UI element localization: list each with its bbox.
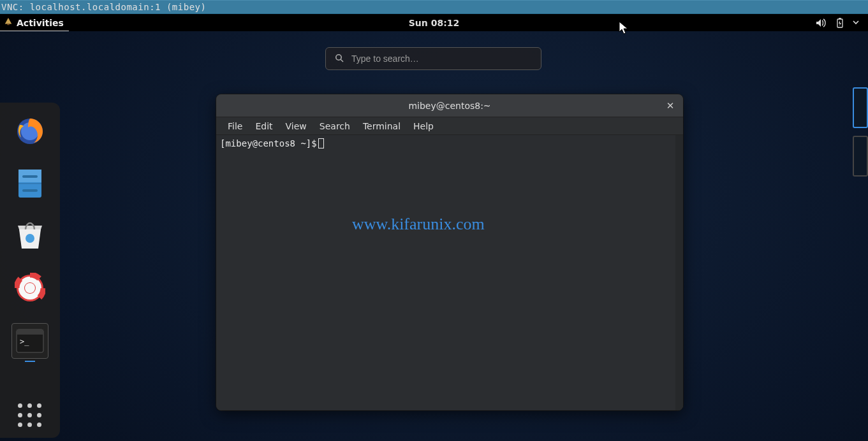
vnc-title-bar: VNC: localhost.localdomain:1 (mibey) (0, 0, 868, 14)
menu-search[interactable]: Search (313, 120, 357, 133)
terminal-prompt: [mibey@centos8 ~]$ (220, 138, 317, 148)
dock-show-apps[interactable] (17, 403, 43, 428)
dock-item-help[interactable] (13, 271, 47, 305)
dock: >_ (0, 103, 60, 438)
workspace-panel (853, 87, 868, 177)
terminal-window: mibey@centos8:~ ✕ File Edit View Search … (216, 94, 683, 410)
vnc-title: VNC: localhost.localdomain:1 (mibey) (0, 2, 206, 12)
workspace-2[interactable] (853, 136, 868, 177)
window-title: mibey@centos8:~ (408, 101, 490, 111)
svg-rect-1 (7, 24, 10, 25)
activities-icon (4, 17, 13, 28)
terminal-cursor (318, 138, 324, 148)
svg-rect-3 (839, 18, 841, 19)
menu-edit[interactable]: Edit (249, 120, 279, 133)
clock[interactable]: Sun 08:12 (409, 18, 459, 28)
dock-item-files[interactable] (13, 166, 47, 201)
menu-help[interactable]: Help (407, 120, 440, 133)
svg-rect-10 (22, 175, 38, 178)
desktop: >_ mibey@centos8:~ ✕ File Edit View Sear… (0, 31, 868, 441)
dock-item-terminal[interactable]: >_ (11, 323, 48, 359)
menu-view[interactable]: View (279, 120, 313, 133)
system-tray[interactable] (816, 18, 868, 28)
search-icon (335, 53, 344, 65)
svg-point-4 (336, 54, 341, 59)
volume-icon (816, 18, 827, 27)
terminal-content[interactable]: [mibey@centos8 ~]$ (216, 135, 675, 410)
workspace-1[interactable] (853, 87, 868, 128)
svg-point-13 (26, 234, 34, 243)
search-input[interactable] (351, 54, 532, 64)
gnome-top-bar: Activities Sun 08:12 (0, 14, 868, 31)
chevron-down-icon (853, 20, 859, 25)
close-icon: ✕ (666, 100, 675, 112)
svg-marker-0 (5, 18, 12, 24)
activities-label: Activities (17, 18, 64, 28)
search-box[interactable] (325, 47, 541, 70)
dock-item-firefox[interactable] (13, 114, 47, 148)
menu-terminal[interactable]: Terminal (357, 120, 407, 133)
window-titlebar[interactable]: mibey@centos8:~ ✕ (216, 94, 683, 117)
menubar: File Edit View Search Terminal Help (216, 117, 683, 135)
svg-rect-11 (22, 189, 38, 192)
svg-point-18 (25, 283, 35, 293)
svg-text:>_: >_ (20, 337, 29, 346)
svg-line-5 (341, 59, 343, 62)
svg-rect-20 (17, 329, 43, 335)
power-icon (836, 18, 844, 28)
terminal-scrollbar[interactable] (675, 135, 683, 410)
terminal-body[interactable]: [mibey@centos8 ~]$ (216, 135, 683, 410)
activities-button[interactable]: Activities (0, 15, 69, 32)
menu-file[interactable]: File (221, 120, 249, 133)
dock-item-software[interactable] (13, 219, 47, 253)
close-button[interactable]: ✕ (663, 98, 678, 113)
